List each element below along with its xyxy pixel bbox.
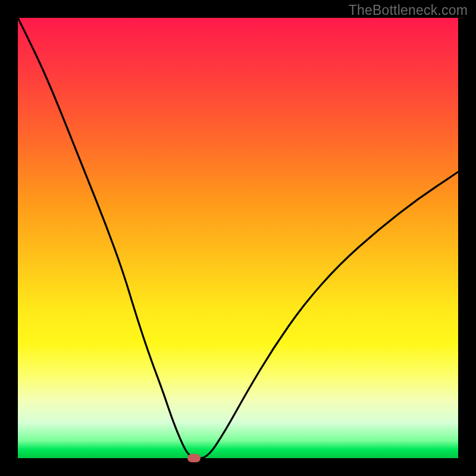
minimum-marker: [187, 454, 201, 462]
bottleneck-curve: [18, 18, 458, 458]
plot-area: [18, 18, 458, 458]
chart-frame: TheBottleneck.com: [0, 0, 476, 476]
watermark-label: TheBottleneck.com: [349, 2, 468, 18]
